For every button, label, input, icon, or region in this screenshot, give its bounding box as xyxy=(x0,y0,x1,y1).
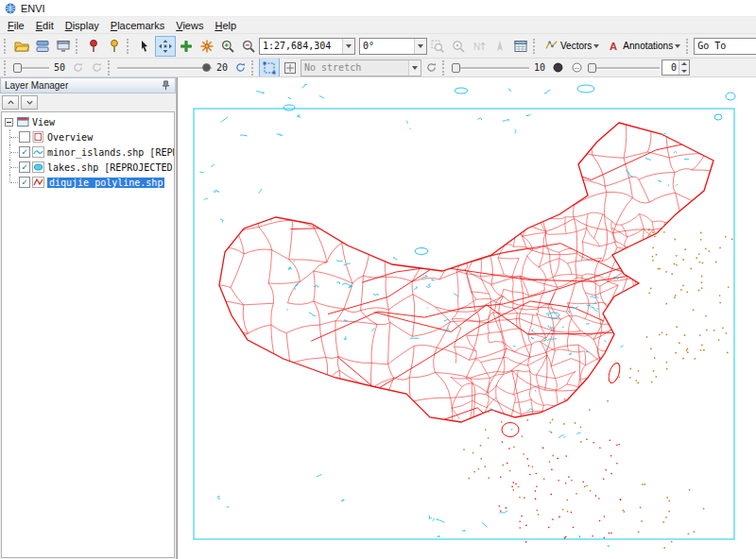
brightness-slider[interactable] xyxy=(11,60,51,76)
fly-button[interactable] xyxy=(197,36,217,57)
vectors-menu-button[interactable]: Vectors xyxy=(541,36,603,57)
fly-icon xyxy=(199,39,215,54)
tree-item-diqujie-polyline[interactable]: ✓ diqujie_polyline.shp xyxy=(2,175,174,190)
attribute-table-icon xyxy=(513,39,528,54)
slider-track xyxy=(588,67,660,69)
pan-button[interactable] xyxy=(155,36,176,57)
chevron-up-icon xyxy=(7,98,15,107)
data-manager-button[interactable] xyxy=(32,36,53,57)
refresh-icon xyxy=(425,61,438,74)
slider-thumb[interactable] xyxy=(13,63,22,73)
zoom-full-extent-button[interactable] xyxy=(427,36,448,57)
layer-checkbox[interactable]: ✓ xyxy=(19,146,30,158)
toolbar-grip[interactable] xyxy=(533,39,537,54)
image-view[interactable] xyxy=(177,77,756,559)
color-light-button[interactable] xyxy=(567,59,586,76)
chevron-down-icon[interactable] xyxy=(342,39,354,54)
select-arrow-icon xyxy=(137,39,152,54)
transparency-slider[interactable] xyxy=(586,60,662,76)
north-up-button[interactable]: N xyxy=(469,36,490,57)
toolbar-grip[interactable] xyxy=(442,60,446,76)
select-arrow-button[interactable] xyxy=(134,36,155,57)
zoom-in-icon xyxy=(220,39,235,54)
pan-icon xyxy=(158,39,173,54)
rotation-combo[interactable]: 0° xyxy=(359,38,427,55)
toolbar-grip[interactable] xyxy=(251,60,255,76)
menu-help[interactable]: Help xyxy=(209,19,242,32)
spin-up-icon[interactable] xyxy=(679,60,689,68)
pin-icon[interactable] xyxy=(161,80,171,91)
toolbar-grip[interactable] xyxy=(686,39,690,54)
attribute-table-button[interactable] xyxy=(510,36,531,57)
dropdown-arrow-icon xyxy=(593,44,599,48)
toolbar-grip[interactable] xyxy=(127,39,130,54)
open-file-icon xyxy=(14,39,29,54)
transparency-spinner[interactable]: 0 xyxy=(662,59,690,76)
color-dark-button[interactable] xyxy=(548,59,567,76)
zoom-select-button[interactable] xyxy=(176,36,197,57)
slider-track xyxy=(452,67,529,69)
brightness-value: 50 xyxy=(51,60,68,75)
layer-manager-header: Layer Manager xyxy=(0,77,176,93)
window-title: ENVI xyxy=(21,3,45,14)
tree-item-overview[interactable]: Overview xyxy=(2,129,174,144)
slider-thumb[interactable] xyxy=(452,63,460,73)
menu-edit[interactable]: Edit xyxy=(30,19,60,32)
menu-file[interactable]: File xyxy=(2,19,30,32)
stretch-type-value: No stretch xyxy=(301,62,408,73)
open-file-button[interactable] xyxy=(11,36,32,57)
stretch-reset-button[interactable] xyxy=(421,59,440,76)
layer-checkbox[interactable] xyxy=(19,131,30,143)
zoom-out-button[interactable] xyxy=(238,36,259,57)
annotations-menu-button[interactable]: A Annotations xyxy=(603,36,684,57)
vectors-label: Vectors xyxy=(560,41,592,51)
refresh-icon xyxy=(234,61,247,74)
toolbar-grip[interactable] xyxy=(4,60,8,76)
placemark-manager-button[interactable] xyxy=(104,36,125,57)
new-view-button[interactable] xyxy=(53,36,74,57)
stretch-on-view-button[interactable] xyxy=(259,58,280,77)
tree-item-view[interactable]: View xyxy=(2,114,174,129)
toolbar-grip[interactable] xyxy=(4,39,8,54)
overview-icon xyxy=(32,131,45,143)
contrast-reset-button[interactable] xyxy=(231,59,249,76)
brightness-reset-button[interactable] xyxy=(68,59,87,76)
brightness-auto-button[interactable] xyxy=(87,59,106,76)
data-manager-icon xyxy=(35,39,50,54)
north-arrow-button[interactable] xyxy=(490,36,510,57)
chevron-down-icon[interactable] xyxy=(408,60,421,76)
toolbar-grip[interactable] xyxy=(108,60,112,76)
rotation-value: 0° xyxy=(360,41,414,51)
layer-label: Overview xyxy=(47,132,93,143)
toolbar-grip[interactable] xyxy=(76,39,79,54)
zoom-actual-button[interactable] xyxy=(448,36,469,57)
goto-combo[interactable]: Go To xyxy=(694,38,756,55)
zoom-actual-icon xyxy=(451,39,466,54)
slider-thumb[interactable] xyxy=(202,63,211,72)
placemark-button[interactable] xyxy=(83,36,104,57)
menu-views[interactable]: Views xyxy=(170,19,209,32)
layer-checkbox[interactable]: ✓ xyxy=(19,177,30,188)
layer-label: diqujie_polyline.shp xyxy=(47,178,164,188)
zoom-scale-combo[interactable]: 1:27,684,304 xyxy=(259,38,355,55)
map-canvas[interactable] xyxy=(178,77,756,559)
chevron-down-icon[interactable] xyxy=(414,39,426,54)
spin-down-icon[interactable] xyxy=(679,68,689,76)
zoom-in-button[interactable] xyxy=(217,36,238,57)
stretch-type-combo[interactable]: No stretch xyxy=(301,59,421,76)
tree-item-minor-islands[interactable]: ✓ minor_islands.shp [REPROJ xyxy=(2,144,174,160)
slider-thumb[interactable] xyxy=(588,63,596,73)
collapse-all-button[interactable] xyxy=(21,95,38,110)
tree-item-lakes[interactable]: ✓ lakes.shp [REPROJECTED] xyxy=(2,160,174,175)
layer-checkbox[interactable]: ✓ xyxy=(19,161,30,173)
envi-window: ENVI File Edit Display Placemarks Views … xyxy=(0,0,756,559)
sharpen-slider[interactable] xyxy=(450,60,531,76)
collapse-expander-icon[interactable] xyxy=(5,118,13,127)
expand-all-button[interactable] xyxy=(2,95,19,110)
menu-placemarks[interactable]: Placemarks xyxy=(105,19,170,32)
view-icon xyxy=(17,116,30,127)
stretch-region-button[interactable] xyxy=(280,58,301,77)
contrast-slider[interactable] xyxy=(115,60,214,76)
contrast-value: 20 xyxy=(214,60,231,75)
menu-display[interactable]: Display xyxy=(60,19,105,32)
